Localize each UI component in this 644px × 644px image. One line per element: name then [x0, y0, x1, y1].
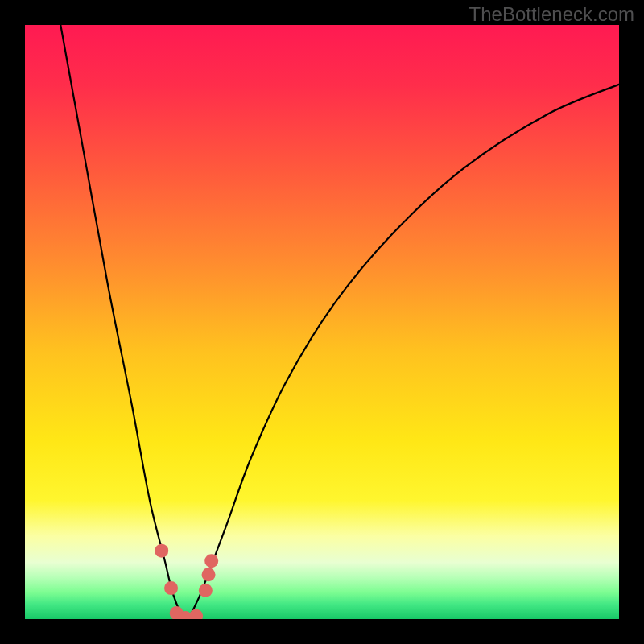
watermark-text: TheBottleneck.com: [469, 3, 634, 26]
curve-marker: [155, 544, 168, 558]
plot-area: [25, 25, 619, 619]
curve-marker: [204, 554, 218, 568]
curve-marker: [202, 568, 216, 581]
bottleneck-chart: [25, 25, 619, 619]
curve-marker: [164, 581, 178, 595]
chart-frame: TheBottleneck.com: [0, 0, 644, 644]
curve-marker: [199, 584, 213, 597]
